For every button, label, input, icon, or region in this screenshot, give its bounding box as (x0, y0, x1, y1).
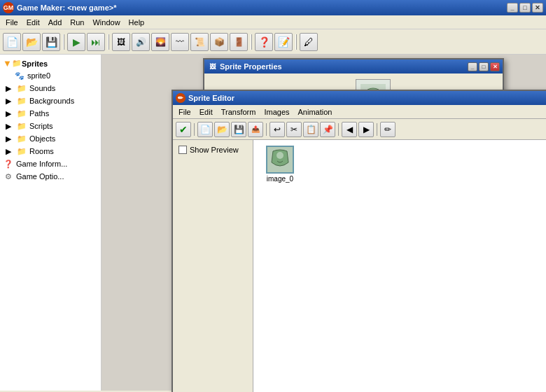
backgrounds-expand-icon: ▶ (3, 95, 14, 106)
menu-window[interactable]: Window (88, 17, 124, 28)
sprite-editor-body: Show Preview image_0 (173, 140, 546, 392)
app-title: Game Maker: <new game>* (17, 4, 507, 12)
se-export-button[interactable]: 📤 (248, 122, 263, 137)
sprite-props-close[interactable]: ✕ (490, 62, 500, 71)
menu-help[interactable]: Help (125, 17, 149, 28)
se-pencil-button[interactable]: ✏ (380, 122, 396, 137)
se-menu-file[interactable]: File (174, 106, 195, 118)
show-preview-container: Show Preview (178, 146, 247, 154)
sidebar-item-sounds[interactable]: ▶ 📁 Sounds (0, 82, 101, 94)
sprite-image-thumbnail[interactable]: image_0 (259, 146, 301, 183)
rooms-expand-icon: ▶ (3, 146, 14, 157)
main-toolbar: 📄 📂 💾 ▶ ⏭ 🖼 🔊 🌄 〰 📜 📦 🚪 ❓ 📝 🖊 (0, 29, 546, 55)
sounds-expand-icon: ▶ (3, 83, 14, 94)
sprite-icon: 🐾 (14, 70, 25, 81)
save-button[interactable]: 💾 (42, 33, 60, 51)
backgrounds-folder-icon: 📁 (16, 95, 27, 106)
sprites-folder-icon: 📁 (12, 59, 22, 68)
sprite-props-window-controls: _ □ ✕ (468, 62, 500, 71)
sidebar-item-sprites[interactable]: ▼ 📁 Sprites (0, 57, 101, 69)
add-path-button[interactable]: 〰 (171, 33, 189, 51)
sprite-editor-window: ✏ Sprite Editor _ □ ✕ File Edit Transfor… (172, 90, 546, 392)
sprite-props-title: Sprite Properties (220, 62, 468, 71)
sidebar-item-game-options[interactable]: ⚙ Game Optio... (0, 170, 101, 183)
sidebar-item-game-info[interactable]: ❓ Game Inform... (0, 158, 101, 170)
app-icon: GM (3, 2, 14, 13)
add-sprite-button[interactable]: 🖼 (112, 33, 130, 51)
sprite-left-panel: Show Preview (173, 140, 253, 392)
add-script-button[interactable]: 📜 (190, 33, 209, 51)
sidebar-scripts-label: Scripts (29, 122, 53, 130)
sprite-editor-toolbar: ✔ 📄 📂 💾 📤 ↩ ✂ 📋 📌 ◀ ▶ ✏ (173, 119, 546, 140)
window-controls: _ □ ✕ (507, 3, 543, 13)
sidebar-paths-label: Paths (29, 109, 49, 118)
sprite-image-label: image_0 (267, 175, 293, 183)
objects-folder-icon: 📁 (16, 133, 27, 144)
tutorial-button[interactable]: 📝 (274, 33, 293, 51)
se-toolbar-sep-3 (338, 123, 339, 136)
se-toolbar-sep-4 (377, 123, 377, 136)
menu-run[interactable]: Run (66, 17, 88, 28)
se-undo-button[interactable]: ↩ (270, 122, 285, 137)
add-room-button[interactable]: 🚪 (230, 33, 248, 51)
run-button[interactable]: ▶ (67, 33, 85, 51)
sprite-props-maximize[interactable]: □ (479, 62, 489, 71)
menu-file[interactable]: File (1, 17, 22, 28)
sidebar-item-objects[interactable]: ▶ 📁 Objects (0, 132, 101, 145)
sidebar-game-info-label: Game Inform... (16, 160, 67, 168)
menu-add[interactable]: Add (44, 17, 66, 28)
sprite-thumb-svg (267, 147, 293, 172)
sidebar-backgrounds-label: Backgrounds (29, 97, 74, 105)
minimize-button[interactable]: _ (507, 3, 518, 13)
se-copy-button[interactable]: 📋 (303, 122, 318, 137)
sidebar-item-sprite0[interactable]: 🐾 sprite0 (0, 69, 101, 82)
sidebar-item-rooms[interactable]: ▶ 📁 Rooms (0, 145, 101, 158)
toolbar-separator-4 (295, 34, 297, 50)
sprite-props-minimize[interactable]: _ (468, 62, 477, 71)
menu-edit[interactable]: Edit (22, 17, 44, 28)
close-button[interactable]: ✕ (532, 3, 543, 13)
se-confirm-button[interactable]: ✔ (176, 122, 191, 137)
paths-folder-icon: 📁 (16, 108, 27, 119)
help-button[interactable]: ❓ (255, 33, 273, 51)
maximize-button[interactable]: □ (519, 3, 531, 13)
run-debug-button[interactable]: ⏭ (87, 33, 105, 51)
sidebar: ▼ 📁 Sprites 🐾 sprite0 ▶ 📁 Sounds ▶ 📁 Bac… (0, 55, 102, 391)
show-preview-checkbox[interactable] (178, 146, 187, 154)
main-area: ▼ 📁 Sprites 🐾 sprite0 ▶ 📁 Sounds ▶ 📁 Bac… (0, 55, 546, 391)
paint-button[interactable]: 🖊 (300, 33, 318, 51)
sprite-editor-window-icon: ✏ (176, 93, 186, 103)
toolbar-separator-1 (63, 34, 64, 50)
se-menu-transform[interactable]: Transform (217, 106, 260, 118)
open-button[interactable]: 📂 (22, 33, 41, 51)
sidebar-item-scripts[interactable]: ▶ 📁 Scripts (0, 120, 101, 132)
sounds-folder-icon: 📁 (16, 83, 27, 94)
rooms-folder-icon: 📁 (16, 146, 27, 157)
add-sound-button[interactable]: 🔊 (132, 33, 150, 51)
sprite-main-content: image_0 (253, 140, 546, 392)
sidebar-item-backgrounds[interactable]: ▶ 📁 Backgrounds (0, 94, 101, 107)
scripts-expand-icon: ▶ (3, 120, 14, 132)
sidebar-rooms-label: Rooms (29, 147, 54, 155)
sidebar-sounds-label: Sounds (29, 84, 55, 92)
sprite-editor-title-bar: ✏ Sprite Editor _ □ ✕ (173, 91, 546, 105)
sidebar-game-options-label: Game Optio... (16, 172, 64, 181)
se-menu-animation[interactable]: Animation (294, 106, 337, 118)
se-menu-edit[interactable]: Edit (195, 106, 217, 118)
new-button[interactable]: 📄 (3, 33, 21, 51)
se-prev-button[interactable]: ◀ (342, 122, 357, 137)
add-object-button[interactable]: 📦 (210, 33, 228, 51)
se-new-button[interactable]: 📄 (197, 122, 213, 137)
add-background-button[interactable]: 🌄 (151, 33, 169, 51)
se-paste-button[interactable]: 📌 (320, 122, 335, 137)
se-open-button[interactable]: 📂 (214, 122, 230, 137)
se-next-button[interactable]: ▶ (358, 122, 374, 137)
se-cut-button[interactable]: ✂ (286, 122, 302, 137)
app-title-bar: GM Game Maker: <new game>* _ □ ✕ (0, 0, 546, 15)
sidebar-item-paths[interactable]: ▶ 📁 Paths (0, 107, 101, 120)
se-menu-images[interactable]: Images (260, 106, 293, 118)
se-save-button[interactable]: 💾 (231, 122, 246, 137)
game-info-icon: ❓ (3, 158, 14, 169)
se-toolbar-sep-1 (194, 123, 195, 136)
scripts-folder-icon: 📁 (16, 120, 27, 132)
